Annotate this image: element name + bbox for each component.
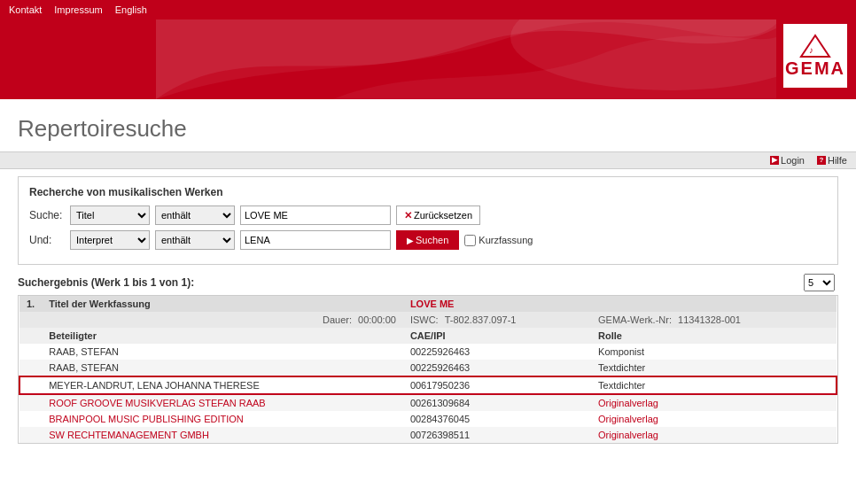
beteiligter-name: MEYER-LANDRUT, LENA JOHANNA THERESE <box>42 376 403 394</box>
search-row-1: Suche: Titel Interpret Komponist ISWC en… <box>29 205 827 225</box>
suche-query-input[interactable] <box>240 205 391 225</box>
suche-field-select[interactable]: Titel Interpret Komponist ISWC <box>70 205 150 225</box>
table-row-selected: MEYER-LANDRUT, LENA JOHANNA THERESE 0061… <box>19 376 837 394</box>
suche-label: Suche: <box>29 209 65 221</box>
results-table: 1. Titel der Werkfassung LOVE ME Dauer: … <box>19 296 837 443</box>
cae-value: 00261309684 <box>403 394 591 411</box>
util-bar: ▶ Login ? Hilfe <box>0 151 856 169</box>
search-panel: Recherche von musikalischen Werken Suche… <box>18 176 838 265</box>
results-header: Suchergebnis (Werk 1 bis 1 von 1): 5 10 … <box>18 274 838 291</box>
beteiligter-name: RAAB, STEFAN <box>42 344 403 360</box>
login-icon: ▶ <box>770 156 779 165</box>
results-table-wrap: 1. Titel der Werkfassung LOVE ME Dauer: … <box>18 295 838 444</box>
table-row: RAAB, STEFAN 00225926463 Textdichter <box>19 360 837 376</box>
und-query-input[interactable] <box>240 230 391 250</box>
logo-box: ♪ GEMA <box>783 24 847 88</box>
kurzfassung-label[interactable]: Kurzfassung <box>464 235 533 246</box>
suche-contains-select[interactable]: enthält beginnt mit ist gleich <box>155 205 235 225</box>
reset-x-icon: ✕ <box>404 210 412 221</box>
col-cae: CAE/IPI <box>403 328 591 344</box>
cae-value: 00225926463 <box>403 344 591 360</box>
page-title-area: Repertoiresuche <box>0 99 856 151</box>
cae-value: 00225926463 <box>403 360 591 376</box>
col-header-row: Beteiligter CAE/IPI Rolle <box>19 328 837 344</box>
login-link[interactable]: ▶ Login <box>770 155 805 166</box>
iswc-value: T-802.837.097-1 <box>445 314 517 325</box>
rolle-value: Komponist <box>591 344 837 360</box>
cae-value: 00284376045 <box>403 411 591 427</box>
werk-title-value: LOVE ME <box>410 299 455 309</box>
hilfe-icon: ? <box>817 156 826 165</box>
rolle-link[interactable]: Originalverlag <box>598 398 658 408</box>
hilfe-link[interactable]: ? Hilfe <box>817 155 847 166</box>
col-beteiligter: Beteiligter <box>42 328 403 344</box>
top-nav: Kontakt Impressum English <box>0 0 856 19</box>
table-row: ROOF GROOVE MUSIKVERLAG STEFAN RAAB 0026… <box>19 394 837 411</box>
per-page-select[interactable]: 5 10 25 50 <box>804 274 835 291</box>
page-title: Repertoiresuche <box>18 115 838 143</box>
rolle-value: Textdichter <box>591 360 837 376</box>
kontakt-link[interactable]: Kontakt <box>9 4 42 15</box>
work-number: 1. <box>27 299 35 309</box>
table-row: SW RECHTEMANAGEMENT GMBH 00726398511 Ori… <box>19 427 837 443</box>
svg-text:♪: ♪ <box>809 45 813 55</box>
rolle-link[interactable]: Originalverlag <box>598 430 658 440</box>
impressum-link[interactable]: Impressum <box>54 4 102 15</box>
search-button[interactable]: ▶ Suchen <box>396 230 459 250</box>
beteiligter-link[interactable]: ROOF GROOVE MUSIKVERLAG STEFAN RAAB <box>49 398 266 408</box>
gema-label: GEMA-Werk.-Nr: <box>598 314 672 325</box>
und-field-select[interactable]: Titel Interpret Komponist ISWC <box>70 230 150 250</box>
dauer-value: 00:00:00 <box>358 314 396 325</box>
beteiligter-link[interactable]: BRAINPOOL MUSIC PUBLISHING EDITION <box>49 414 244 424</box>
dauer-label: Dauer: <box>323 314 352 325</box>
reset-button[interactable]: ✕ Zurücksetzen <box>396 205 480 225</box>
rolle-value: Textdichter <box>591 376 837 394</box>
results-per-page: 5 10 25 50 <box>804 274 838 291</box>
svg-marker-1 <box>801 35 829 57</box>
search-arrow-icon: ▶ <box>407 236 414 245</box>
iswc-label: ISWC: <box>410 314 439 325</box>
beteiligter-name: RAAB, STEFAN <box>42 360 403 376</box>
search-panel-title: Recherche von musikalischen Werken <box>29 186 827 198</box>
logo-text: GEMA <box>785 58 845 79</box>
rolle-link[interactable]: Originalverlag <box>598 414 658 424</box>
header: ♪ GEMA <box>0 19 856 99</box>
und-contains-select[interactable]: enthält beginnt mit ist gleich <box>155 230 235 250</box>
results-count: Suchergebnis (Werk 1 bis 1 von 1): <box>18 276 194 289</box>
work-title-row: 1. Titel der Werkfassung LOVE ME <box>19 296 837 312</box>
english-link[interactable]: English <box>115 4 147 15</box>
cae-value: 00726398511 <box>403 427 591 443</box>
gema-value: 11341328-001 <box>678 314 741 325</box>
cae-value: 00617950236 <box>403 376 591 394</box>
col-rolle: Rolle <box>591 328 837 344</box>
kurzfassung-checkbox[interactable] <box>464 235 476 246</box>
und-label: Und: <box>29 234 65 246</box>
table-row: BRAINPOOL MUSIC PUBLISHING EDITION 00284… <box>19 411 837 427</box>
table-row: RAAB, STEFAN 00225926463 Komponist <box>19 344 837 360</box>
work-meta-row: Dauer: 00:00:00 ISWC: T-802.837.097-1 GE… <box>19 312 837 328</box>
werk-fassung-label: Titel der Werkfassung <box>49 299 151 309</box>
beteiligter-link[interactable]: SW RECHTEMANAGEMENT GMBH <box>49 430 209 440</box>
search-row-2: Und: Titel Interpret Komponist ISWC enth… <box>29 230 827 250</box>
